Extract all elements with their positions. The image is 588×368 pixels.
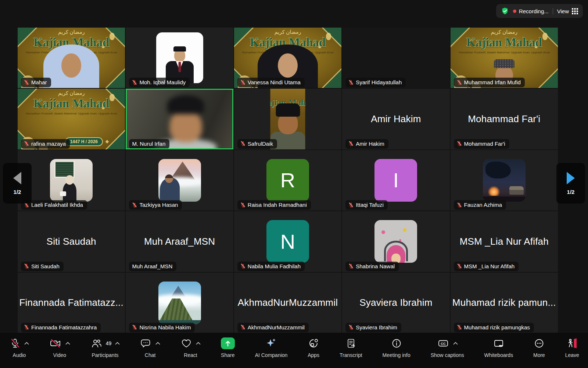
share-label: Share [221, 352, 234, 358]
participant-tile[interactable]: Amir Hakim Amir Hakim [342, 89, 449, 149]
recording-indicator[interactable]: Recording... [513, 8, 549, 14]
participant-tile[interactable]: رمضان كريم Kajian Mahad Ramadhan Produkt… [451, 28, 558, 88]
zoom-meeting-window: Recording... View رمضان كريم Kajian Maha… [0, 0, 588, 368]
participant-name-label: Mohammad Far'i [464, 141, 505, 147]
ai-companion-label: AI Companion [255, 352, 288, 358]
participant-tile[interactable]: Moh. Iqbal Maulidy [126, 28, 233, 88]
participant-tile[interactable]: M. Nurul Irfan [126, 89, 233, 149]
ai-companion-button[interactable]: AI Companion [255, 337, 288, 358]
participant-tile[interactable]: رمضان كريم Kajian Mahad Ramadhan Produkt… [18, 89, 125, 149]
participant-name-label: Ittaqi Tafuzi [356, 202, 384, 208]
participant-tile[interactable]: Muhamad rizik pamun... Muhamad rizik pam… [451, 273, 558, 333]
participant-name-label: Tazkiyya Hasan [139, 202, 178, 208]
participant-tile[interactable]: Muh Araaf_MSN Muh Araaf_MSN [126, 211, 233, 272]
participant-tile[interactable]: Laeli Falakhatil Ikhda [18, 150, 125, 210]
chevron-up-icon[interactable] [196, 342, 201, 345]
participant-name-label: MSM _Lia Nur Afifah [464, 263, 515, 269]
mic-muted-icon [132, 80, 137, 85]
whiteboards-button[interactable]: Whiteboards [484, 337, 513, 358]
camera-muted-icon [49, 338, 62, 349]
security-shield-icon[interactable] [501, 7, 509, 15]
next-page-button[interactable]: 1/2 [556, 163, 585, 204]
profile-photo [158, 159, 201, 202]
participants-icon [90, 338, 102, 349]
participant-name-label: Fauzan Azhima [464, 202, 502, 208]
react-button[interactable]: React [180, 337, 201, 358]
audio-button[interactable]: Audio [10, 337, 29, 358]
participant-tile[interactable]: Kajian Mahad SafrulDaik [234, 89, 341, 149]
mic-muted-icon [240, 263, 245, 269]
profile-photo [158, 282, 201, 324]
share-button[interactable]: Share [221, 337, 235, 358]
participant-tile[interactable]: Shabrina Nawal [342, 211, 449, 272]
participant-name-label: Muhammad Irfan Mufid [464, 79, 521, 85]
participant-nameplate: Fauzan Azhima [454, 200, 506, 210]
show-captions-label: Show captions [431, 352, 464, 358]
meeting-info-button[interactable]: Meeting info [383, 337, 410, 358]
prev-page-button[interactable]: 1/2 [3, 163, 32, 204]
apps-button[interactable]: Apps [308, 337, 319, 358]
meeting-toolbar: Audio Video 49 Participants Chat [0, 333, 588, 368]
participant-tile[interactable]: رمضان كريم Kajian Mahad Ramadhan Produkt… [18, 28, 125, 88]
leave-button[interactable]: Leave [565, 337, 579, 358]
apps-label: Apps [308, 352, 319, 358]
participant-tile[interactable]: Mohammad Far'i Mohammad Far'i [451, 89, 558, 149]
profile-photo [156, 32, 203, 83]
participant-tile[interactable]: Syaviera Ibrahim Syaviera Ibrahim [342, 273, 449, 333]
participant-name-label: Amir Hakim [356, 141, 384, 147]
more-label: More [533, 352, 545, 358]
meeting-info-label: Meeting info [383, 352, 410, 358]
audio-label: Audio [13, 352, 26, 358]
participant-tile[interactable]: MSM _Lia Nur Afifah MSM _Lia Nur Afifah [451, 211, 558, 272]
whiteboard-icon [493, 338, 505, 349]
video-label: Video [53, 352, 67, 358]
transcript-icon [345, 338, 356, 349]
participant-name-label: AkhmadNurMuzzammil [248, 324, 305, 330]
apps-icon [308, 338, 319, 349]
participant-tile[interactable]: رمضان كريم Kajian Mahad Ramadhan Produkt… [234, 28, 341, 88]
divider [553, 8, 553, 14]
mic-muted-icon [24, 325, 29, 330]
mic-muted-icon [132, 325, 137, 330]
participant-tile[interactable]: AkhmadNurMuzzammil AkhmadNurMuzzammil [234, 273, 341, 333]
view-label: View [557, 8, 569, 14]
participant-nameplate: Vanessa Nindi Utama [237, 78, 305, 87]
more-button[interactable]: More [533, 337, 545, 358]
chevron-up-icon[interactable] [453, 342, 458, 345]
heart-icon [180, 338, 192, 349]
participants-button[interactable]: 49 Participants [90, 337, 120, 358]
participant-tile[interactable]: Tazkiyya Hasan [126, 150, 233, 210]
participants-label: Participants [92, 352, 118, 358]
participant-tile[interactable]: N Nabila Mulia Fadhilah [234, 211, 341, 272]
participant-tile[interactable]: Nisrina Nabila Hakim [126, 273, 233, 333]
initial-avatar: N [266, 220, 309, 263]
video-button[interactable]: Video [49, 337, 70, 358]
mic-muted-icon [348, 80, 354, 85]
participant-nameplate: Nabila Mulia Fadhilah [237, 262, 305, 271]
chevron-up-icon[interactable] [24, 342, 29, 345]
participant-tile[interactable]: Finannada Fatimatazz... Finannada Fatima… [18, 273, 125, 333]
participant-tile[interactable]: R Raisa Indah Ramadhani [234, 150, 341, 210]
participant-nameplate: Nisrina Nabila Hakim [129, 323, 195, 332]
participant-nameplate: Muhammad Irfan Mufid [454, 78, 525, 87]
arabic-calligraphy: رمضان كريم [451, 29, 558, 35]
participant-nameplate: Syaviera Ibrahim [345, 323, 401, 332]
participant-tile[interactable]: Fauzan Azhima [451, 150, 558, 210]
page-indicator: 1/2 [567, 189, 575, 195]
participant-nameplate: MSM _Lia Nur Afifah [454, 262, 519, 271]
show-captions-button[interactable]: CC Show captions [431, 337, 464, 358]
transcript-button[interactable]: Transcript [340, 337, 362, 358]
chevron-up-icon[interactable] [155, 342, 160, 345]
participant-tile[interactable]: I Ittaqi Tafuzi [342, 150, 449, 210]
mic-muted-icon [457, 325, 462, 330]
mic-muted-icon [24, 80, 29, 85]
participant-nameplate: Muhamad rizik pamungkas [454, 323, 534, 332]
participant-nameplate: Siti Saudah [21, 262, 64, 271]
react-label: React [184, 352, 197, 358]
chevron-up-icon[interactable] [65, 342, 70, 345]
participant-tile[interactable]: Syarif Hidayatullah [342, 28, 449, 88]
participant-tile[interactable]: Siti Saudah Siti Saudah [18, 211, 125, 272]
chat-button[interactable]: Chat [140, 337, 160, 358]
view-button[interactable]: View [557, 8, 578, 14]
chevron-up-icon[interactable] [115, 342, 120, 345]
